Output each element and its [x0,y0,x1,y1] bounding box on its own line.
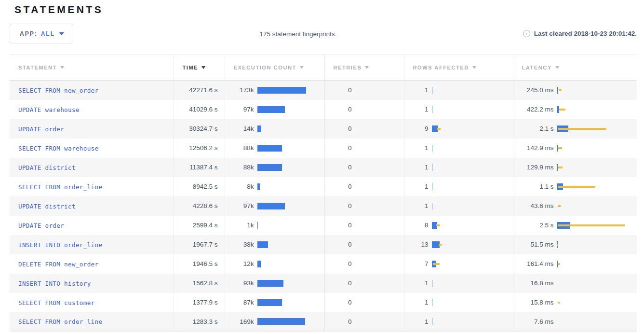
statement-link[interactable]: DELETE FROM new_order [18,261,98,268]
retries-value: 0 [334,318,352,325]
rows-affected-cell: 7 [404,254,513,274]
statement-link[interactable]: INSERT INTO history [18,280,91,287]
latency-cell: 245.0 ms [513,81,637,100]
sort-arrow-icon [60,66,64,69]
statement-link[interactable]: UPDATE order [18,125,64,133]
latency-cell: 142.9 ms [513,139,637,158]
rows-bar [432,318,433,325]
time-cell: 41029.6 s [174,100,225,119]
rows-affected-value: 1 [413,106,429,113]
latency-value: 422.2 ms [522,106,554,113]
rows-stddev-line [439,244,442,246]
table-row: INSERT INTO history 1562.8 s 93k 0 1 [10,274,637,293]
retries-cell: 0 [324,139,404,158]
table-row: UPDATE warehouse 41029.6 s 97k 0 1 [10,100,637,119]
table-row: SELECT FROM customer 1377.9 s 87k 0 1 [10,293,637,312]
table-row: UPDATE order 2599.4 s 1k 0 8 [10,216,637,235]
statement-cell: UPDATE district [10,158,174,177]
retries-value: 0 [334,86,352,94]
column-header[interactable]: LATENCY [513,55,637,81]
execution-count-value: 87k [234,299,254,306]
latency-stddev-line [558,167,563,168]
statement-link[interactable]: INSERT INTO order_line [18,241,102,249]
statement-cell: SELECT FROM warehouse [10,139,174,158]
rows-affected-value: 1 [413,318,429,325]
column-header-label: STATEMENT [18,65,57,70]
time-cell: 1562.8 s [174,274,225,293]
rows-affected-value: 13 [413,241,429,248]
app-filter-value: ALL [41,30,55,37]
rows-affected-bar-chart [432,260,513,268]
statement-link[interactable]: SELECT FROM new_order [18,87,98,94]
rows-affected-bar-chart [432,106,513,113]
statement-link[interactable]: SELECT FROM order_line [18,183,102,191]
execution-count-bar-chart [257,183,324,191]
column-header[interactable]: TIME [174,55,225,81]
execution-count-value: 88k [234,144,254,152]
column-header-label: ROWS AFFECTED [413,65,469,70]
column-header[interactable]: EXECUTION COUNT [225,55,324,81]
sort-arrow-icon [472,66,476,69]
count-bar [257,299,282,306]
execution-count-value: 97k [234,106,254,113]
rows-affected-cell: 9 [404,119,513,139]
statement-link[interactable]: SELECT FROM warehouse [18,145,98,152]
statement-cell: SELECT FROM customer [10,293,174,312]
latency-value: 15.8 ms [522,299,554,306]
execution-count-cell: 169k [225,312,324,332]
rows-affected-value: 1 [413,86,429,94]
latency-bar-chart [557,183,637,191]
rows-affected-bar-chart [432,222,513,229]
app-filter-dropdown[interactable]: APP: ALL [10,24,73,43]
execution-count-value: 88k [234,164,254,171]
retries-value: 0 [334,183,352,190]
statement-cell: UPDATE order [10,119,174,139]
statement-link[interactable]: UPDATE order [18,222,64,229]
time-cell: 1377.9 s [174,293,225,312]
column-header[interactable]: STATEMENT [10,55,174,81]
statement-link[interactable]: SELECT FROM order_line [18,318,102,325]
latency-cell: 161.4 ms [513,254,637,274]
execution-count-bar-chart [257,86,324,94]
rows-affected-bar-chart [432,86,513,94]
table-row: UPDATE order 30324.7 s 14k 0 9 [10,119,637,139]
table-row: DELETE FROM new_order 1946.5 s 12k 0 7 [10,254,637,274]
statement-link[interactable]: UPDATE warehouse [18,106,80,113]
sort-arrow-icon [365,66,369,69]
execution-count-cell: 97k [225,100,324,119]
latency-cell: 129.9 ms [513,158,637,177]
retries-cell: 0 [324,235,404,254]
execution-count-bar-chart [257,241,324,249]
latency-value: 43.6 ms [522,202,554,209]
rows-affected-cell: 1 [404,312,513,332]
statement-link[interactable]: SELECT FROM customer [18,299,95,306]
latency-cell: 2.1 s [513,119,637,139]
count-bar [257,125,261,132]
rows-stddev-line [433,263,440,265]
rows-bar [432,183,433,190]
time-cell: 1946.5 s [174,254,225,274]
info-icon[interactable]: i [523,30,530,37]
rows-stddev-line [436,224,440,226]
column-header[interactable]: RETRIES [324,55,404,81]
execution-count-value: 14k [234,125,254,132]
rows-affected-bar-chart [432,318,513,325]
count-bar [257,145,282,152]
rows-affected-cell: 13 [404,235,513,254]
latency-stddev-line [558,128,606,130]
table-row: UPDATE district 4228.6 s 97k 0 1 [10,196,637,216]
rows-affected-value: 1 [413,202,429,209]
rows-affected-cell: 1 [404,196,513,216]
rows-affected-cell: 1 [404,139,513,158]
column-header[interactable]: ROWS AFFECTED [404,55,513,81]
statement-link[interactable]: UPDATE district [18,203,76,210]
last-cleared-text: Last cleared 2018-10-23 20:01:42. [534,30,637,37]
retries-cell: 0 [324,177,404,196]
rows-stddev-line [437,128,441,130]
rows-affected-cell: 1 [404,177,513,196]
retries-cell: 0 [324,293,404,312]
latency-value: 142.9 ms [522,144,554,152]
latency-value: 16.8 ms [522,279,554,287]
table-row: INSERT INTO order_line 1967.7 s 38k 0 13 [10,235,637,254]
statement-link[interactable]: UPDATE district [18,164,76,171]
